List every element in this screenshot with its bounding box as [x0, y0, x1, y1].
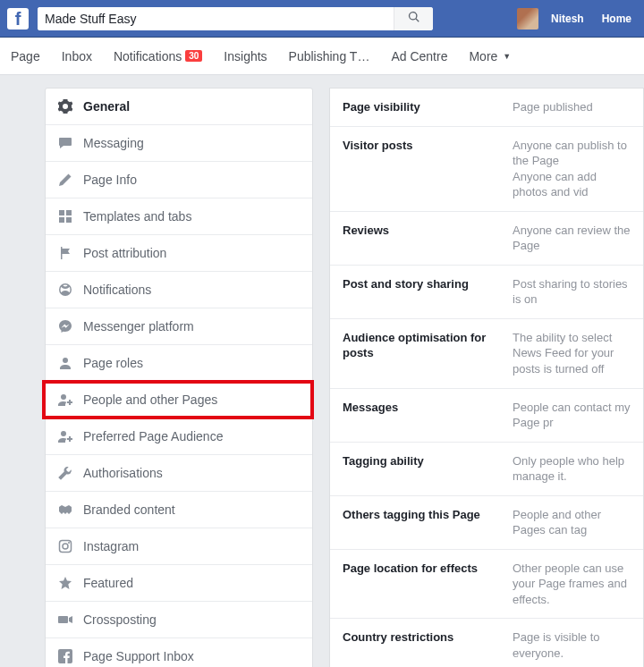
settings-row-value: Only people who help manage it. [513, 453, 631, 485]
tab-ad-centre[interactable]: Ad Centre [391, 49, 447, 63]
fb-icon [58, 649, 72, 663]
sidebar-item-post-attribution[interactable]: Post attribution [46, 235, 312, 272]
sidebar-item-page-support[interactable]: Page Support Inbox [46, 638, 312, 667]
sidebar-item-label: Authorisations [83, 466, 163, 480]
sidebar-item-general[interactable]: General [46, 89, 312, 125]
top-right-nav: Nitesh Home [517, 8, 637, 30]
settings-row-label: Country restrictions [343, 629, 493, 661]
settings-row[interactable]: Post and story sharingPost sharing to st… [330, 266, 643, 319]
settings-row-value: Anyone can publish to the Page Anyone ca… [513, 138, 631, 200]
sidebar-item-branded-content[interactable]: Branded content [46, 492, 312, 528]
svg-point-1 [63, 544, 68, 549]
handshake-icon [58, 502, 72, 517]
tab-more[interactable]: More▼ [469, 49, 511, 63]
settings-row[interactable]: ReviewsAnyone can review the Page [330, 212, 643, 266]
sidebar-item-label: Featured [83, 576, 133, 590]
sidebar-item-label: General [83, 99, 130, 114]
sidebar-item-templates[interactable]: Templates and tabs [46, 198, 312, 235]
sidebar-item-label: Notifications [83, 283, 151, 297]
search-button[interactable] [394, 7, 433, 30]
video-icon [58, 612, 72, 627]
sidebar-item-label: Messaging [83, 136, 144, 150]
sidebar-item-label: Page Support Inbox [83, 649, 194, 663]
settings-row[interactable]: Tagging abilityOnly people who help mana… [330, 443, 643, 496]
sidebar-item-authorisations[interactable]: Authorisations [46, 455, 312, 492]
sidebar-item-label: Page Info [83, 173, 137, 187]
settings-row-value: The ability to select News Feed for your… [513, 330, 631, 377]
sidebar-item-featured[interactable]: Featured [46, 565, 312, 602]
settings-row-label: Tagging ability [343, 453, 493, 485]
profile-link[interactable]: Nitesh [546, 13, 589, 25]
sidebar-item-people-pages[interactable]: People and other Pages [46, 382, 312, 418]
settings-row[interactable]: Page location for effectsOther people ca… [330, 550, 643, 620]
sidebar-item-page-info[interactable]: Page Info [46, 162, 312, 198]
grid-icon [58, 209, 72, 224]
facebook-logo[interactable]: f [7, 8, 29, 30]
settings-row-value: People and other Pages can tag [513, 507, 631, 538]
globe-icon [58, 283, 72, 297]
sidebar-item-label: Branded content [83, 502, 175, 517]
settings-row-value: Other people can use your Page frames an… [513, 561, 631, 608]
settings-panel: Page visibilityPage publishedVisitor pos… [329, 88, 644, 667]
svg-point-2 [68, 542, 70, 544]
person-plus-icon [58, 429, 72, 443]
settings-row-label: Page location for effects [343, 561, 493, 608]
settings-row-label: Visitor posts [343, 138, 493, 200]
settings-row-label: Audience optimisation for posts [343, 330, 493, 377]
sidebar-item-label: Instagram [83, 539, 139, 553]
flag-icon [58, 246, 72, 260]
search-icon [408, 11, 420, 26]
wrench-icon [58, 466, 72, 480]
settings-row-label: Page visibility [343, 99, 493, 115]
person-icon [58, 356, 72, 370]
settings-row[interactable]: Country restrictionsPage is visible to e… [330, 619, 643, 667]
settings-row-value: Page published [513, 99, 631, 115]
sidebar-item-label: Crossposting [83, 612, 157, 627]
settings-row[interactable]: Others tagging this PagePeople and other… [330, 496, 643, 550]
instagram-icon [58, 539, 72, 553]
settings-row-value: Post sharing to stories is on [513, 276, 631, 308]
sidebar-item-notifications[interactable]: Notifications [46, 272, 312, 308]
search-input[interactable] [38, 7, 394, 30]
settings-row-value: People can contact my Page pr [513, 400, 631, 431]
person-plus-icon [58, 393, 72, 407]
sidebar-item-messaging[interactable]: Messaging [46, 125, 312, 162]
tab-notifications[interactable]: Notifications 30 [114, 49, 202, 63]
sidebar-item-label: Templates and tabs [83, 209, 191, 224]
sidebar-item-label: Messenger platform [83, 319, 194, 334]
tab-inbox[interactable]: Inbox [62, 49, 92, 63]
settings-row-label: Messages [343, 400, 493, 431]
home-link[interactable]: Home [597, 13, 637, 25]
sidebar-item-instagram[interactable]: Instagram [46, 528, 312, 565]
main-content: GeneralMessagingPage InfoTemplates and t… [0, 75, 644, 667]
tab-publishing[interactable]: Publishing T… [289, 49, 370, 63]
sidebar-item-messenger-platform[interactable]: Messenger platform [46, 308, 312, 345]
tab-page[interactable]: Page [11, 49, 40, 63]
sidebar-item-label: Preferred Page Audience [83, 429, 223, 443]
notifications-badge: 30 [185, 50, 202, 62]
chevron-down-icon: ▼ [503, 52, 511, 61]
settings-row[interactable]: Visitor postsAnyone can publish to the P… [330, 127, 643, 212]
tab-notifications-label: Notifications [114, 49, 182, 63]
settings-row[interactable]: Page visibilityPage published [330, 89, 643, 127]
sidebar-item-page-roles[interactable]: Page roles [46, 345, 312, 382]
messenger-icon [58, 319, 72, 334]
tab-insights[interactable]: Insights [224, 49, 267, 63]
settings-row-label: Post and story sharing [343, 276, 493, 308]
settings-row-label: Others tagging this Page [343, 507, 493, 538]
settings-row-value: Anyone can review the Page [513, 223, 631, 254]
star-icon [58, 576, 72, 590]
settings-row-label: Reviews [343, 223, 493, 254]
chat-icon [58, 136, 72, 150]
settings-sidebar: GeneralMessagingPage InfoTemplates and t… [45, 88, 313, 667]
top-bar: f Nitesh Home [0, 0, 644, 38]
sidebar-item-label: Page roles [83, 356, 143, 370]
avatar[interactable] [517, 8, 538, 30]
gear-icon [58, 99, 72, 114]
settings-row[interactable]: Audience optimisation for postsThe abili… [330, 319, 643, 389]
settings-row[interactable]: MessagesPeople can contact my Page pr [330, 389, 643, 443]
sidebar-item-crossposting[interactable]: Crossposting [46, 602, 312, 638]
sidebar-item-preferred-audience[interactable]: Preferred Page Audience [46, 418, 312, 455]
sidebar-item-label: Post attribution [83, 246, 166, 260]
pencil-icon [58, 173, 72, 187]
